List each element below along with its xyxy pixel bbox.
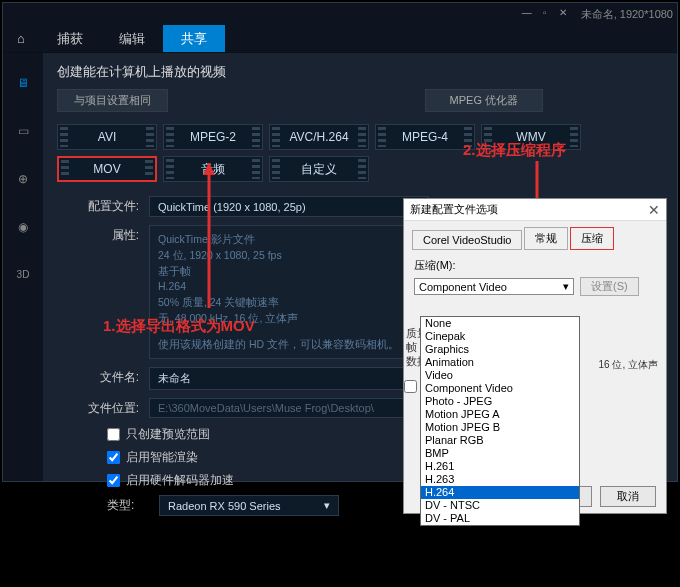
dtab-compress[interactable]: 压缩	[570, 227, 614, 250]
compress-option[interactable]: Graphics	[421, 343, 579, 356]
compress-option[interactable]: Motion JPEG A	[421, 408, 579, 421]
tab-home[interactable]: ⌂	[3, 25, 39, 52]
dialog-title: 新建配置文件选项	[410, 202, 498, 217]
type-dropdown[interactable]: Radeon RX 590 Series ▾	[159, 495, 339, 516]
compress-option[interactable]: Component Video	[421, 382, 579, 395]
compress-option[interactable]: H.263	[421, 473, 579, 486]
page-heading: 创建能在计算机上播放的视频	[57, 63, 663, 81]
dialog-close-button[interactable]: ✕	[648, 202, 660, 218]
device-icon[interactable]: ▭	[13, 121, 33, 141]
config-dropdown[interactable]: QuickTime (1920 x 1080, 25p) ▾	[149, 196, 429, 217]
monitor-icon[interactable]: 🖥	[13, 73, 33, 93]
disc-icon[interactable]: ◉	[13, 217, 33, 237]
format-grid: AVI MPEG-2 AVC/H.264 MPEG-4 WMV MOV 音频 自…	[57, 124, 663, 182]
compress-option[interactable]: Video	[421, 369, 579, 382]
chevron-down-icon: ▾	[563, 280, 569, 293]
compress-option[interactable]: DV - PAL	[421, 512, 579, 525]
format-avc[interactable]: AVC/H.264	[269, 124, 369, 150]
sidebar: 🖥 ▭ ⊕ ◉ 3D	[3, 53, 43, 481]
compress-select[interactable]: Component Video ▾	[414, 278, 574, 295]
config-label: 配置文件:	[57, 196, 149, 215]
compress-option[interactable]: TGA	[421, 538, 579, 551]
filename-label: 文件名:	[57, 367, 149, 386]
attr-info: QuickTime 影片文件 24 位, 1920 x 1080, 25 fps…	[149, 225, 429, 359]
maximize-button[interactable]: ▫	[537, 8, 553, 20]
format-avi[interactable]: AVI	[57, 124, 157, 150]
compress-option[interactable]: DV - PRO PAL	[421, 525, 579, 538]
compress-option[interactable]: Planar RGB	[421, 434, 579, 447]
dtab-corel[interactable]: Corel VideoStudio	[412, 230, 522, 250]
check-unknown[interactable]	[404, 380, 417, 395]
main-tabs: ⌂ 捕获 编辑 共享	[3, 25, 677, 53]
format-mov[interactable]: MOV	[57, 156, 157, 182]
compress-option[interactable]: DV - NTSC	[421, 499, 579, 512]
chevron-down-icon: ▾	[324, 499, 330, 512]
format-audio[interactable]: 音频	[163, 156, 263, 182]
format-custom[interactable]: 自定义	[269, 156, 369, 182]
compress-option[interactable]: BMP	[421, 447, 579, 460]
filename-input[interactable]: 未命名	[149, 367, 429, 390]
settings-button[interactable]: 设置(S)	[580, 277, 639, 296]
compress-option[interactable]: Animation	[421, 356, 579, 369]
format-wmv[interactable]: WMV	[481, 124, 581, 150]
compress-label: 压缩(M):	[414, 258, 656, 273]
titlebar: — ▫ ✕ 未命名, 1920*1080	[3, 3, 677, 25]
dtab-general[interactable]: 常规	[524, 227, 568, 250]
tab-share[interactable]: 共享	[163, 25, 225, 52]
minimize-button[interactable]: —	[519, 8, 535, 20]
audio-info: 16 位, 立体声	[599, 358, 658, 372]
tab-capture[interactable]: 捕获	[39, 25, 101, 52]
web-icon[interactable]: ⊕	[13, 169, 33, 189]
compress-options-list[interactable]: NoneCinepakGraphicsAnimationVideoCompone…	[420, 316, 580, 526]
title-info: 未命名, 1920*1080	[581, 7, 673, 22]
attr-label: 属性:	[57, 225, 149, 244]
compress-option[interactable]: H.264	[421, 486, 579, 499]
compress-option[interactable]: TIFF	[421, 564, 579, 577]
mpeg-optimizer-button[interactable]: MPEG 优化器	[425, 89, 543, 112]
compress-option[interactable]: PNG	[421, 551, 579, 564]
compress-option[interactable]: Motion JPEG B	[421, 421, 579, 434]
type-label: 类型:	[107, 497, 149, 514]
compress-dialog: 新建配置文件选项 ✕ Corel VideoStudio 常规 压缩 压缩(M)…	[403, 198, 667, 514]
format-mpeg4[interactable]: MPEG-4	[375, 124, 475, 150]
compress-option[interactable]: Cinepak	[421, 330, 579, 343]
filepath-label: 文件位置:	[57, 398, 149, 417]
same-as-project-button[interactable]: 与项目设置相同	[57, 89, 168, 112]
format-mpeg2[interactable]: MPEG-2	[163, 124, 263, 150]
cancel-button[interactable]: 取消	[600, 486, 656, 507]
compress-option[interactable]: Photo - JPEG	[421, 395, 579, 408]
tab-edit[interactable]: 编辑	[101, 25, 163, 52]
close-button[interactable]: ✕	[555, 8, 571, 20]
compress-option[interactable]: Sorenson Video	[421, 577, 579, 587]
home-icon: ⌂	[17, 31, 25, 46]
compress-option[interactable]: H.261	[421, 460, 579, 473]
compress-option[interactable]: None	[421, 317, 579, 330]
3d-icon[interactable]: 3D	[13, 265, 33, 285]
filepath-input[interactable]: E:\360MoveData\Users\Muse Frog\Desktop\	[149, 398, 429, 418]
